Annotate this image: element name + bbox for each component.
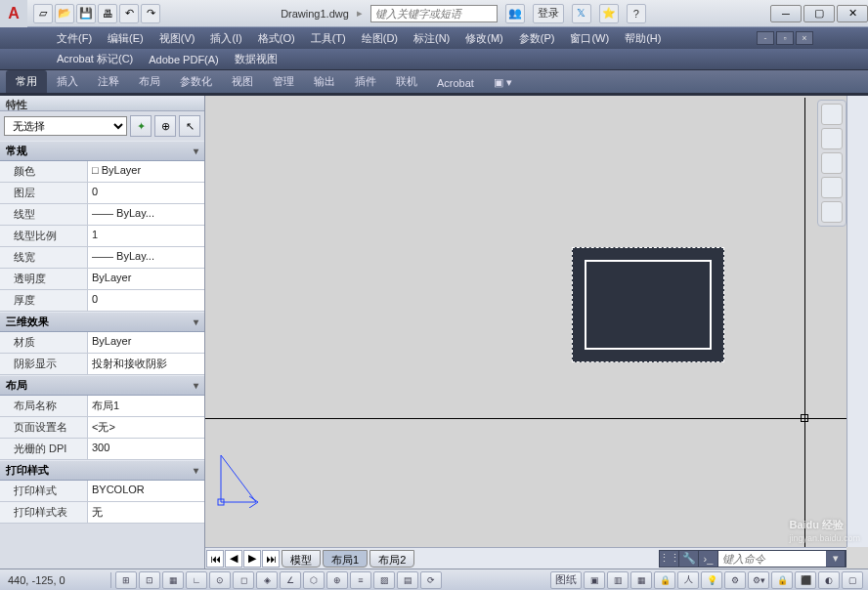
cleanscreen-icon[interactable]: ▢ [842, 571, 863, 589]
command-input[interactable] [718, 551, 826, 567]
property-row[interactable]: 打印样式表无 [0, 502, 204, 524]
property-value[interactable]: 无 [88, 502, 204, 523]
grid-icon[interactable]: ▦ [162, 571, 184, 589]
print-icon[interactable]: 🖶 [98, 4, 117, 23]
quickprops-icon[interactable]: ▤ [397, 571, 418, 589]
tab-next-icon[interactable]: ▶ [243, 550, 261, 568]
tab-insert[interactable]: 插入 [47, 70, 88, 93]
menu-acrobat-markup[interactable]: Acrobat 标记(C) [49, 52, 141, 66]
search-input[interactable] [370, 5, 498, 22]
menu-modify[interactable]: 修改(M) [457, 31, 511, 46]
property-row[interactable]: 线型比例1 [0, 226, 204, 247]
property-row[interactable]: 线型—— ByLay... [0, 204, 204, 226]
coordinate-readout[interactable]: 440, -125, 0 [0, 574, 108, 586]
quickselect-icon[interactable]: ✦ [130, 115, 152, 137]
menu-window[interactable]: 窗口(W) [562, 31, 617, 46]
snap-icon[interactable]: ⊡ [139, 571, 160, 589]
pickadd-icon[interactable]: ⊕ [154, 115, 176, 137]
property-row[interactable]: 页面设置名<无> [0, 417, 204, 439]
annovisibility-icon[interactable]: 💡 [701, 571, 722, 589]
maximize-button[interactable]: ▢ [803, 5, 835, 22]
property-value[interactable]: 1 [88, 226, 204, 246]
tab-last-icon[interactable]: ⏭ [262, 550, 280, 568]
tab-layout1[interactable]: 布局1 [323, 550, 368, 568]
select-objects-icon[interactable]: ↖ [179, 115, 200, 137]
mdi-close[interactable]: × [796, 31, 813, 45]
menu-parametric[interactable]: 参数(P) [511, 31, 563, 46]
ducs-icon[interactable]: ⬡ [303, 571, 325, 589]
hardware-accel-icon[interactable]: ⬛ [795, 571, 816, 589]
selection-cycling-icon[interactable]: ⟳ [420, 571, 442, 589]
3dosnap-icon[interactable]: ◈ [256, 571, 278, 589]
maxviewport-icon[interactable]: ▣ [584, 571, 605, 589]
showmotion-icon[interactable] [821, 201, 843, 223]
cmd-recent-icon[interactable]: 🔧 [679, 551, 699, 567]
property-value[interactable]: <无> [88, 417, 204, 438]
otrack-icon[interactable]: ∠ [280, 571, 301, 589]
menu-format[interactable]: 格式(O) [250, 31, 303, 46]
property-row[interactable]: 布局名称布局1 [0, 396, 204, 417]
selection-filter[interactable]: 无选择 [4, 116, 127, 136]
tab-first-icon[interactable]: ⏮ [206, 550, 224, 568]
tab-manage[interactable]: 管理 [263, 70, 304, 93]
property-value[interactable]: 0 [88, 183, 204, 203]
lineweight-icon[interactable]: ≡ [350, 571, 371, 589]
search-icon[interactable]: 👥 [505, 4, 525, 23]
orbit-icon[interactable] [821, 177, 843, 198]
tab-annotate[interactable]: 注释 [88, 70, 129, 93]
menu-file[interactable]: 文件(F) [49, 31, 100, 46]
isolate-icon[interactable]: ◐ [818, 571, 840, 589]
menu-dimension[interactable]: 标注(N) [406, 31, 457, 46]
property-value[interactable]: —— ByLay... [88, 204, 204, 225]
property-value[interactable]: 300 [88, 439, 204, 459]
close-button[interactable]: ✕ [837, 5, 868, 22]
menu-data-view[interactable]: 数据视图 [227, 52, 285, 66]
menu-edit[interactable]: 编辑(E) [100, 31, 152, 46]
quickview-drawings-icon[interactable]: ▦ [630, 571, 652, 589]
tab-prev-icon[interactable]: ◀ [225, 550, 242, 568]
zoom-icon[interactable] [821, 152, 843, 174]
infer-constraints-icon[interactable]: ⊞ [115, 571, 137, 589]
property-row[interactable]: 颜色□ ByLayer [0, 161, 204, 183]
tab-home[interactable]: 常用 [6, 70, 47, 93]
mdi-minimize[interactable]: - [757, 31, 774, 45]
cmd-handle-icon[interactable]: ⋮⋮ [660, 551, 679, 567]
transparency-icon[interactable]: ▨ [373, 571, 395, 589]
menu-adobe-pdf[interactable]: Adobe PDF(A) [141, 54, 227, 65]
property-value[interactable]: ByLayer [88, 332, 204, 353]
tab-view[interactable]: 视图 [222, 70, 263, 93]
app-logo[interactable]: A [0, 0, 27, 27]
ortho-icon[interactable]: ∟ [186, 571, 207, 589]
property-row[interactable]: 图层0 [0, 183, 204, 204]
property-row[interactable]: 光栅的 DPI300 [0, 439, 204, 460]
category-常规[interactable]: 常规▾ [0, 141, 204, 161]
annoscale-icon[interactable]: 🔒 [654, 571, 675, 589]
dyn-icon[interactable]: ⊕ [326, 571, 348, 589]
tab-plugins[interactable]: 插件 [345, 70, 386, 93]
open-icon[interactable]: 📂 [55, 4, 74, 23]
full-nav-icon[interactable] [821, 104, 843, 125]
category-三维效果[interactable]: 三维效果▾ [0, 312, 204, 332]
save-icon[interactable]: 💾 [76, 4, 96, 23]
property-row[interactable]: 线宽—— ByLay... [0, 247, 204, 269]
undo-icon[interactable]: ↶ [119, 4, 139, 23]
cmd-prompt-icon[interactable]: ›_ [699, 551, 718, 567]
property-value[interactable]: —— ByLay... [88, 247, 204, 268]
property-value[interactable]: □ ByLayer [88, 161, 204, 182]
tab-model[interactable]: 模型 [282, 550, 321, 568]
property-value[interactable]: 布局1 [88, 396, 204, 416]
favorite-icon[interactable]: ⭐ [599, 4, 619, 23]
tab-layout[interactable]: 布局 [129, 70, 170, 93]
tab-output[interactable]: 输出 [304, 70, 345, 93]
tab-parametric[interactable]: 参数化 [170, 70, 222, 93]
property-value[interactable]: 0 [88, 290, 204, 311]
property-value[interactable]: ByLayer [88, 269, 204, 289]
menu-view[interactable]: 视图(V) [152, 31, 203, 46]
tab-acrobat[interactable]: Acrobat [427, 73, 484, 93]
help-icon[interactable]: ? [627, 4, 646, 23]
osnap-icon[interactable]: ◻ [233, 571, 254, 589]
menu-insert[interactable]: 插入(I) [202, 31, 249, 46]
tab-layout2[interactable]: 布局2 [369, 550, 414, 568]
category-打印样式[interactable]: 打印样式▾ [0, 460, 204, 481]
property-row[interactable]: 透明度ByLayer [0, 269, 204, 290]
